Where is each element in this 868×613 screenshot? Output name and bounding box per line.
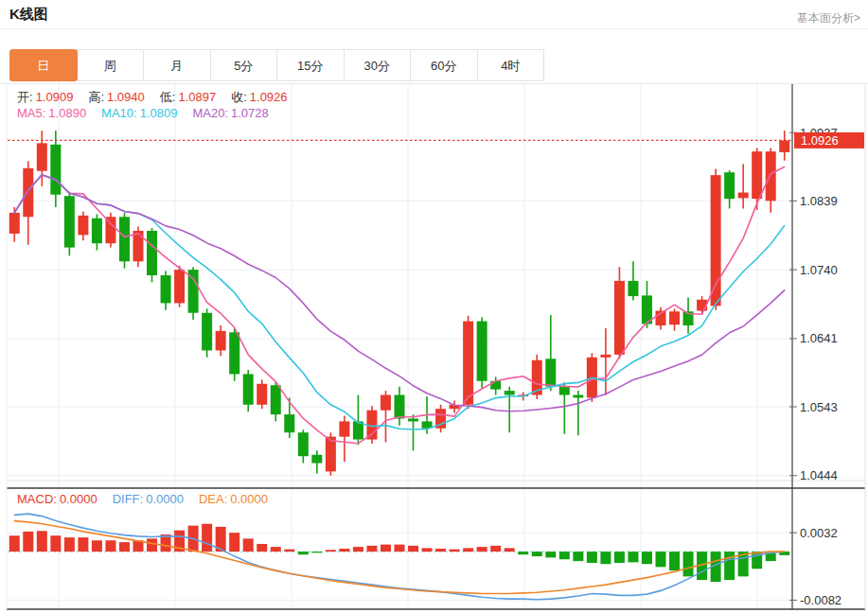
- candle-up: [174, 270, 185, 303]
- candle-down: [628, 281, 638, 296]
- ma20-value: MA20:1.0728: [192, 106, 268, 120]
- candle-up: [738, 193, 749, 199]
- candle-up: [752, 151, 762, 199]
- macd-hist-bar-negative: [518, 552, 528, 554]
- candle-up: [216, 331, 226, 351]
- candle-up: [669, 311, 680, 324]
- macd-hist-bar-positive: [243, 538, 254, 552]
- candle-down: [545, 359, 556, 386]
- current-price-badge-text: 1.0926: [801, 133, 839, 148]
- candle-down: [161, 275, 171, 303]
- candle-down: [505, 391, 515, 394]
- macd-hist-bar-negative: [724, 552, 735, 580]
- macd-hist-bar-negative: [532, 552, 542, 556]
- diff-value: DIFF:0.0000: [113, 492, 184, 506]
- price-axis-label: 1.0740: [800, 263, 838, 277]
- candle-down: [395, 395, 405, 419]
- macd-hist-bar-positive: [202, 524, 212, 552]
- price-axis-label: 1.0641: [800, 331, 838, 345]
- close-value: 收:1.0926: [231, 89, 287, 106]
- candle-up: [257, 384, 267, 405]
- macd-axis-label: -0.0082: [800, 593, 841, 607]
- macd-hist-bar-positive: [37, 531, 47, 552]
- candle-up: [381, 395, 391, 411]
- candle-up: [105, 217, 115, 243]
- tab-day[interactable]: 日: [9, 49, 78, 81]
- macd-hist-bar-positive: [505, 548, 515, 552]
- macd-hist-bar-positive: [92, 540, 102, 552]
- open-value: 开:1.0909: [17, 89, 73, 106]
- candle-up: [766, 151, 776, 201]
- candle-down: [724, 172, 735, 199]
- macd-hist-bar-positive: [395, 545, 405, 552]
- candle-up: [133, 231, 144, 261]
- high-value: 高:1.0940: [88, 89, 144, 106]
- macd-hist-bar-positive: [422, 548, 433, 552]
- macd-hist-bar-positive: [353, 547, 363, 552]
- macd-axis-label: 0.0032: [800, 526, 838, 540]
- macd-hist-bar-positive: [105, 540, 115, 552]
- macd-hist-bar-positive: [326, 550, 336, 552]
- ma-legend: MA5:1.0890 MA10:1.0809 MA20:1.0728: [17, 106, 284, 120]
- macd-hist-bar-positive: [9, 535, 20, 552]
- candle-up: [614, 281, 625, 355]
- price-axis-label: 1.0543: [800, 400, 838, 414]
- macd-hist-bar-positive: [408, 546, 418, 552]
- price-axis-label: 1.0444: [800, 468, 838, 482]
- macd-hist-bar-negative: [669, 552, 680, 570]
- macd-hist-bar-negative: [642, 552, 652, 564]
- macd-hist-bar-positive: [339, 549, 349, 552]
- macd-hist-bar-positive: [435, 549, 446, 552]
- macd-hist-bar-negative: [559, 552, 570, 559]
- macd-hist-bar-negative: [298, 552, 309, 554]
- macd-hist-bar-negative: [628, 552, 638, 562]
- ohlc-legend: 开:1.0909 高:1.0940 低:1.0897 收:1.0926: [17, 89, 303, 106]
- candle-down: [559, 387, 570, 395]
- candle-down: [64, 196, 75, 247]
- candle-down: [119, 217, 130, 261]
- candle-up: [326, 437, 336, 472]
- candle-down: [408, 419, 418, 422]
- macd-hist-bar-positive: [284, 550, 294, 552]
- macd-hist-bar-positive: [490, 546, 501, 552]
- macd-value: MACD:0.0000: [17, 492, 97, 506]
- candle-up: [600, 355, 611, 358]
- macd-hist-bar-positive: [64, 537, 75, 552]
- macd-hist-bar-positive: [271, 547, 281, 552]
- dea-value: DEA:0.0000: [199, 492, 268, 506]
- candle-down: [202, 313, 212, 351]
- candle-down: [147, 231, 157, 275]
- candle-down: [477, 322, 487, 381]
- macd-hist-bar-positive: [78, 537, 88, 552]
- candle-up: [78, 216, 88, 236]
- candle-down: [92, 219, 102, 243]
- macd-hist-bar-negative: [600, 552, 611, 564]
- macd-hist-bar-negative: [311, 552, 322, 552]
- dea-line: [14, 521, 784, 594]
- candle-down: [298, 432, 309, 456]
- candle-down: [243, 374, 254, 404]
- macd-hist-bar-negative: [683, 552, 694, 576]
- candle-up: [779, 140, 789, 152]
- candle-up: [711, 175, 721, 306]
- macd-hist-bar-positive: [23, 532, 33, 552]
- macd-hist-bar-positive: [257, 544, 267, 552]
- macd-hist-bar-positive: [450, 550, 460, 552]
- macd-hist-bar-negative: [656, 552, 666, 567]
- macd-hist-bar-positive: [147, 538, 157, 552]
- macd-hist-bar-negative: [545, 552, 556, 557]
- ma20-line: [14, 175, 784, 412]
- macd-hist-bar-positive: [366, 546, 377, 552]
- ma10-value: MA10:1.0809: [101, 106, 177, 120]
- macd-hist-bar-positive: [477, 547, 487, 552]
- candle-down: [50, 145, 61, 195]
- candle-down: [311, 455, 322, 464]
- macd-hist-bar-negative: [587, 552, 597, 563]
- macd-hist-bar-positive: [463, 548, 473, 552]
- macd-hist-bar-negative: [614, 552, 625, 563]
- macd-hist-bar-positive: [50, 535, 61, 552]
- candle-up: [37, 143, 47, 170]
- candle-up: [9, 213, 20, 234]
- price-axis-label: 1.0839: [800, 194, 838, 208]
- candle-up: [339, 421, 349, 436]
